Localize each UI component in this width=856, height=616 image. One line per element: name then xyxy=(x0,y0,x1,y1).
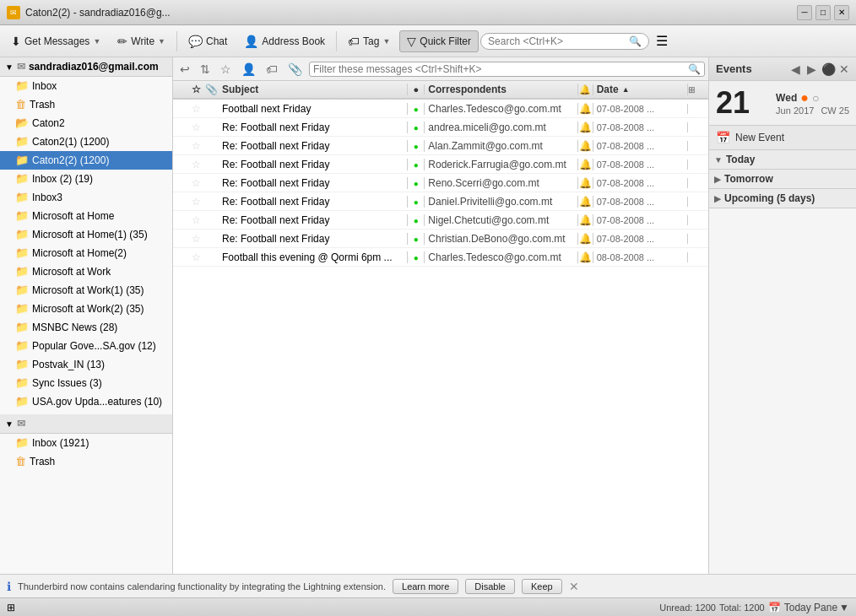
star-5[interactable]: ☆ xyxy=(188,196,203,208)
star-4[interactable]: ☆ xyxy=(188,177,203,189)
events-close-button[interactable]: ✕ xyxy=(839,62,849,76)
sidebar-item-ms-home1[interactable]: 📁 Microsoft at Home(1) (35) xyxy=(0,225,172,244)
events-section-tomorrow-header[interactable]: ▶ Tomorrow xyxy=(709,170,856,188)
today-pane-dropdown[interactable]: ▼ xyxy=(839,602,849,613)
learn-more-button[interactable]: Learn more xyxy=(393,579,458,594)
sidebar-item-trash[interactable]: 🗑 Trash xyxy=(0,95,172,114)
filter-tag-icon[interactable]: 🏷 xyxy=(263,61,281,78)
sidebar-item-msnbc[interactable]: 📁 MSNBC News (28) xyxy=(0,318,172,337)
col-header-date[interactable]: Date ▲ xyxy=(593,84,688,95)
sidebar-item-sync[interactable]: 📁 Sync Issues (3) xyxy=(0,374,172,392)
star-2[interactable]: ☆ xyxy=(188,140,203,152)
subject-5: Re: Football next Friday xyxy=(219,196,408,208)
filter-star-icon[interactable]: ☆ xyxy=(217,61,235,78)
trash-folder-icon: 🗑 xyxy=(15,98,26,111)
filter-thread-icon[interactable]: ⇅ xyxy=(197,61,214,78)
sidebar-item-ms-home[interactable]: 📁 Microsoft at Home xyxy=(0,207,172,225)
email-row-5[interactable]: ☆ Re: Football next Friday ● Daniel.Priv… xyxy=(173,192,708,211)
disable-button[interactable]: Disable xyxy=(465,579,515,594)
subject-2: Re: Football next Friday xyxy=(219,140,408,152)
sidebar-item-inbox[interactable]: 📁 Inbox xyxy=(0,77,172,95)
filter-search-input[interactable] xyxy=(313,63,688,75)
events-title: Events xyxy=(716,62,752,75)
search-box[interactable]: 🔍 xyxy=(480,33,649,50)
sidebar-item-ms-home2[interactable]: 📁 Microsoft at Home(2) xyxy=(0,244,172,262)
star-6[interactable]: ☆ xyxy=(188,214,203,226)
sidebar-item-inbox3[interactable]: 📁 Inbox3 xyxy=(0,188,172,207)
sidebar-item-caton2-2[interactable]: 📁 Caton2(2) (1200) xyxy=(0,151,172,170)
statusbar-left: ℹ Thunderbird now contains calendaring f… xyxy=(7,579,849,594)
address-book-button[interactable]: 👤 Address Book xyxy=(236,30,333,52)
account2-header[interactable]: ▼ ✉ xyxy=(0,414,172,434)
read-8: ● xyxy=(408,251,425,263)
email-row-2[interactable]: ☆ Re: Football next Friday ● Alan.Zammit… xyxy=(173,137,708,155)
events-tomorrow-label: Tomorrow xyxy=(724,173,773,185)
get-messages-button[interactable]: ⬇ Get Messages ▼ xyxy=(3,30,108,52)
titlebar-controls[interactable]: ─ □ ✕ xyxy=(797,5,849,20)
cal-cw: CW 25 xyxy=(821,105,849,116)
filter-search-box[interactable]: 🔍 xyxy=(309,62,705,77)
read-4: ● xyxy=(408,177,425,189)
email-row-3[interactable]: ☆ Re: Football next Friday ● Roderick.Fa… xyxy=(173,155,708,174)
subject-0: Football next Friday xyxy=(219,103,408,115)
star-8[interactable]: ☆ xyxy=(188,251,203,263)
sidebar-item-ms-work2[interactable]: 📁 Microsoft at Work(2) (35) xyxy=(0,300,172,318)
sidebar-item-usagov[interactable]: 📁 USA.gov Upda...eatures (10) xyxy=(0,392,172,411)
search-input[interactable] xyxy=(488,35,629,47)
sidebar-item-postvak[interactable]: 📁 Postvak_IN (13) xyxy=(0,355,172,374)
app-icon: ✉ xyxy=(7,6,20,19)
account1-header[interactable]: ▼ ✉ sandradiaz016@gmail.com xyxy=(0,57,172,77)
correspondent-2: Alan.Zammit@go.com.mt xyxy=(425,140,577,152)
events-section-today-header[interactable]: ▼ Today xyxy=(709,150,856,169)
events-next-button[interactable]: ▶ xyxy=(805,62,818,76)
close-button[interactable]: ✕ xyxy=(834,5,849,20)
tag-button[interactable]: 🏷 Tag ▼ xyxy=(340,30,398,52)
new-event-button[interactable]: 📅 New Event xyxy=(709,126,856,150)
maximize-button[interactable]: □ xyxy=(815,5,831,20)
events-controls: ◀ ▶ ⚫ ✕ xyxy=(789,62,849,76)
col-header-correspondent[interactable]: Correspondents xyxy=(425,84,577,95)
quick-filter-button[interactable]: ▽ Quick Filter xyxy=(399,30,479,52)
email-row-4[interactable]: ☆ Re: Football next Friday ● Reno.Scerri… xyxy=(173,174,708,192)
col-header-attach[interactable]: 📎 xyxy=(203,84,219,95)
sidebar-item-inbox2[interactable]: 📁 Inbox (2) (19) xyxy=(0,170,172,188)
events-section-upcoming-header[interactable]: ▶ Upcoming (5 days) xyxy=(709,189,856,208)
col-header-subject[interactable]: Subject xyxy=(219,84,408,95)
star-1[interactable]: ☆ xyxy=(188,122,203,133)
sidebar-item-caton2[interactable]: 📂 Caton2 xyxy=(0,114,172,132)
filter-contact-icon[interactable]: 👤 xyxy=(238,61,259,78)
star-3[interactable]: ☆ xyxy=(188,159,203,170)
email-row-8[interactable]: ☆ Football this evening @ Qormi 6pm ... … xyxy=(173,248,708,267)
minimize-button[interactable]: ─ xyxy=(797,5,812,20)
keep-button[interactable]: Keep xyxy=(522,579,562,594)
filter-back-icon[interactable]: ↩ xyxy=(176,61,193,78)
sidebar-item-account2-inbox[interactable]: 📁 Inbox (1921) xyxy=(0,434,172,452)
statusbar-close-icon[interactable]: ✕ xyxy=(569,580,579,593)
email-row-7[interactable]: ☆ Re: Football next Friday ● Christian.D… xyxy=(173,230,708,248)
col-header-star[interactable]: ☆ xyxy=(188,84,203,95)
star-7[interactable]: ☆ xyxy=(188,233,203,245)
account1-expand-icon: ▼ xyxy=(5,62,14,72)
filter-attach-icon[interactable]: 📎 xyxy=(284,61,306,78)
col-header-extra[interactable]: ⊞ xyxy=(688,85,708,95)
toolbar-menu-icon[interactable]: ☰ xyxy=(651,30,673,52)
write-button[interactable]: ✏ Write ▼ xyxy=(110,30,173,52)
today-pane-label[interactable]: Today Pane ▼ xyxy=(784,602,849,613)
sidebar-item-caton2-1[interactable]: 📁 Caton2(1) (1200) xyxy=(0,132,172,151)
chat-button[interactable]: 💬 Chat xyxy=(181,30,235,52)
events-header: Events ◀ ▶ ⚫ ✕ xyxy=(709,57,856,81)
sidebar-item-ms-work1[interactable]: 📁 Microsoft at Work(1) (35) xyxy=(0,281,172,300)
events-prev-button[interactable]: ◀ xyxy=(789,62,802,76)
statusbar-info-icon: ℹ xyxy=(7,580,11,593)
date-5: 07-08-2008 ... xyxy=(593,197,688,207)
star-0[interactable]: ☆ xyxy=(188,103,203,115)
email-row-1[interactable]: ☆ Re: Football next Friday ● andrea.mice… xyxy=(173,118,708,137)
main-toolbar: ⬇ Get Messages ▼ ✏ Write ▼ 💬 Chat 👤 Addr… xyxy=(0,25,856,57)
email-row-6[interactable]: ☆ Re: Football next Friday ● Nigel.Chetc… xyxy=(173,211,708,230)
sidebar-item-popular[interactable]: 📁 Popular Gove...SA.gov (12) xyxy=(0,337,172,355)
email-row-0[interactable]: ☆ Football next Friday ● Charles.Tedesco… xyxy=(173,100,708,118)
search-icon: 🔍 xyxy=(629,35,642,47)
sidebar-item-account2-trash[interactable]: 🗑 Trash xyxy=(0,452,172,471)
events-panel: Events ◀ ▶ ⚫ ✕ 21 Wed ● ○ Jun 2017 CW 25 xyxy=(708,57,856,574)
sidebar-item-ms-work[interactable]: 📁 Microsoft at Work xyxy=(0,262,172,281)
